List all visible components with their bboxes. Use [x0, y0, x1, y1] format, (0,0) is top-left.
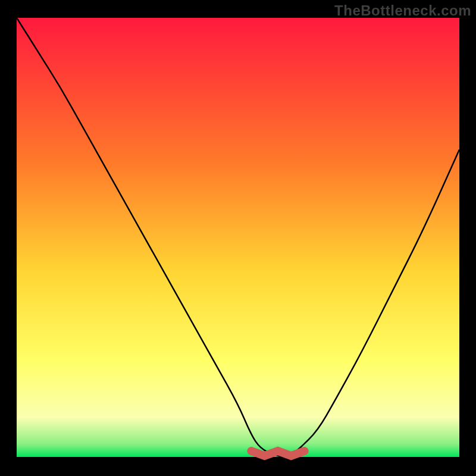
watermark-text: TheBottleneck.com [334, 2, 471, 19]
bottleneck-chart [0, 0, 476, 476]
svg-rect-0 [17, 18, 459, 457]
chart-stage: TheBottleneck.com [0, 0, 476, 476]
